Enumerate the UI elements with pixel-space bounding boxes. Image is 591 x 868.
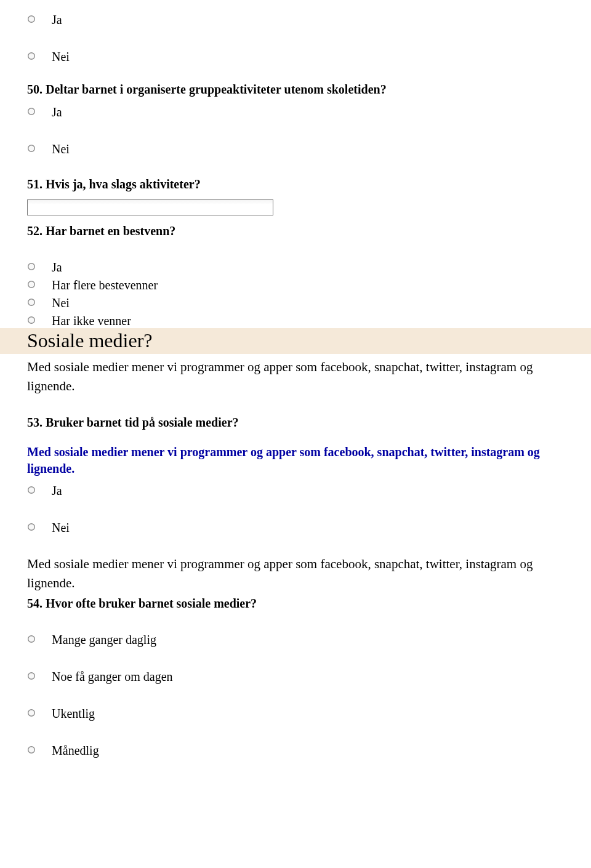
question-title: 52. Har barnet en bestvenn? (27, 223, 573, 239)
svg-point-5 (28, 281, 35, 288)
option-row[interactable]: Har flere bestevenner (27, 278, 573, 292)
option-label: Har flere bestevenner (52, 278, 158, 292)
radio-icon[interactable] (27, 672, 36, 680)
option-row[interactable]: Ja (27, 260, 573, 275)
radio-icon[interactable] (27, 709, 36, 717)
question-54-options: Mange ganger daglig Noe få ganger om dag… (18, 632, 573, 758)
option-label: Ja (52, 260, 62, 275)
option-row[interactable]: Ukentlig (27, 706, 573, 721)
radio-icon[interactable] (27, 144, 36, 153)
svg-point-10 (28, 636, 35, 643)
activities-input[interactable] (27, 199, 273, 215)
option-label: Nei (52, 295, 70, 310)
radio-icon[interactable] (27, 280, 36, 289)
option-label: Ukentlig (52, 706, 95, 721)
radio-icon[interactable] (27, 635, 36, 643)
svg-point-9 (28, 524, 35, 531)
section-intro: Med sosiale medier mener vi programmer o… (27, 358, 573, 396)
option-label: Nei (52, 142, 70, 156)
question-title: 53. Bruker barnet tid på sosiale medier? (27, 414, 573, 430)
svg-point-4 (28, 263, 35, 270)
option-row[interactable]: Ja (27, 483, 573, 498)
option-label: Mange ganger daglig (52, 632, 156, 647)
svg-point-6 (28, 299, 35, 306)
radio-icon[interactable] (27, 298, 36, 307)
svg-point-2 (28, 108, 35, 115)
svg-point-1 (28, 53, 35, 60)
radio-icon[interactable] (27, 745, 36, 754)
option-row[interactable]: Mange ganger daglig (27, 632, 573, 647)
option-row[interactable]: Ja (27, 12, 573, 27)
question-title: 50. Deltar barnet i organiserte gruppeak… (27, 81, 573, 97)
option-label: Nei (52, 520, 70, 535)
option-label: Månedlig (52, 743, 99, 758)
option-row[interactable]: Ja (27, 105, 573, 119)
question-title: 54. Hvor ofte bruker barnet sosiale medi… (27, 595, 573, 611)
option-row[interactable]: Nei (27, 520, 573, 535)
svg-point-8 (28, 487, 35, 494)
question-subtext: Med sosiale medier mener vi programmer o… (27, 444, 573, 477)
svg-point-7 (28, 317, 35, 324)
question-50: 50. Deltar barnet i organiserte gruppeak… (18, 81, 573, 156)
option-label: Nei (52, 49, 70, 64)
option-row[interactable]: Nei (27, 49, 573, 64)
option-label: Har ikke venner (52, 313, 131, 328)
option-label: Ja (52, 12, 62, 27)
radio-icon[interactable] (27, 52, 36, 60)
radio-icon[interactable] (27, 107, 36, 116)
radio-icon[interactable] (27, 15, 36, 23)
question-52: 52. Har barnet en bestvenn? Ja Har flere… (18, 223, 573, 328)
svg-point-3 (28, 145, 35, 152)
svg-point-13 (28, 747, 35, 753)
section-heading-band: Sosiale medier? (0, 328, 591, 354)
option-row[interactable]: Nei (27, 295, 573, 310)
svg-point-11 (28, 673, 35, 680)
option-row[interactable]: Noe få ganger om dagen (27, 669, 573, 684)
option-row[interactable]: Har ikke venner (27, 313, 573, 328)
radio-icon[interactable] (27, 486, 36, 494)
radio-icon[interactable] (27, 523, 36, 531)
radio-icon[interactable] (27, 262, 36, 271)
text-input-wrap (27, 199, 573, 215)
question-pretext: Med sosiale medier mener vi programmer o… (27, 555, 573, 593)
question-title: 51. Hvis ja, hva slags aktiviteter? (27, 176, 573, 192)
option-label: Noe få ganger om dagen (52, 669, 173, 684)
option-row[interactable]: Nei (27, 142, 573, 156)
option-label: Ja (52, 105, 62, 119)
radio-icon[interactable] (27, 316, 36, 324)
question-51: 51. Hvis ja, hva slags aktiviteter? (18, 176, 573, 215)
svg-point-12 (28, 710, 35, 717)
section-heading: Sosiale medier? (9, 329, 591, 352)
survey-page: Ja Nei 50. Deltar barnet i organiserte g… (0, 0, 591, 782)
option-label: Ja (52, 483, 62, 498)
svg-point-0 (28, 16, 35, 23)
option-row[interactable]: Månedlig (27, 743, 573, 758)
question-53: 53. Bruker barnet tid på sosiale medier?… (18, 414, 573, 535)
